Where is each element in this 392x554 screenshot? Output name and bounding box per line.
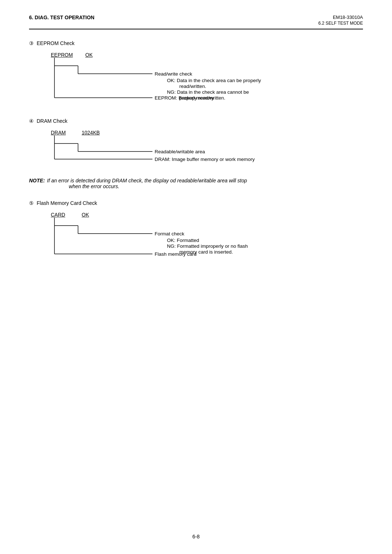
- page-number: 6-8: [0, 534, 392, 539]
- section4-title: ④ DRAM Check: [29, 118, 363, 124]
- svg-text:EEPROM:  Backup memory: EEPROM: Backup memory: [155, 95, 214, 101]
- card-branch1-label: OK: [82, 212, 89, 218]
- svg-text:read/written.: read/written.: [179, 84, 206, 89]
- svg-text:Readable/writable area: Readable/writable area: [155, 149, 205, 154]
- section5-label: Flash Memory Card Check: [37, 200, 97, 206]
- note-line2: when the error occurs.: [69, 183, 247, 189]
- flash-tree-svg: Format check OK: Formatted NG: Formatted…: [51, 218, 312, 261]
- svg-text:NG:  Data in the check area ca: NG: Data in the check area cannot be: [167, 89, 249, 95]
- header-divider: [29, 29, 363, 29]
- circle-5: ⑤: [29, 200, 34, 206]
- header-right: EM18-33010A 6.2 SELF TEST MODE: [318, 15, 363, 26]
- svg-text:Flash memory card: Flash memory card: [155, 251, 197, 257]
- svg-text:OK:  Data in the check area ca: OK: Data in the check area can be proper…: [167, 78, 261, 83]
- card-root-label: CARD: [51, 212, 71, 218]
- svg-text:OK:  Formatted: OK: Formatted: [167, 238, 199, 243]
- eeprom-root-label: EEPROM: [51, 52, 74, 58]
- section-eeprom: ③ EEPROM Check EEPROM OK Read/write chec…: [29, 40, 363, 105]
- dram-root-label: DRAM: [51, 130, 71, 136]
- note-text-block: If an error is detected during DRAM chec…: [47, 178, 247, 189]
- svg-text:NG:  Formatted improperly or n: NG: Formatted improperly or no flash: [167, 243, 248, 249]
- dram-tree-diagram: DRAM 1024KB Readable/writable area DRAM:…: [51, 130, 363, 165]
- section4-label: DRAM Check: [37, 118, 68, 124]
- svg-text:Format check: Format check: [155, 231, 184, 236]
- section-dram: ④ DRAM Check DRAM 1024KB Readable/writab…: [29, 118, 363, 165]
- note-container: NOTE: If an error is detected during DRA…: [29, 178, 363, 189]
- note-line1: If an error is detected during DRAM chec…: [47, 178, 247, 183]
- svg-text:DRAM: Image buffer memory or w: DRAM: Image buffer memory or work memory: [155, 157, 255, 162]
- section5-title: ⑤ Flash Memory Card Check: [29, 200, 363, 206]
- section-title: 6. DIAG. TEST OPERATION: [29, 15, 94, 20]
- subsection-label: 6.2 SELF TEST MODE: [318, 21, 363, 26]
- note-section: NOTE: If an error is detected during DRA…: [29, 178, 363, 189]
- note-label: NOTE:: [29, 178, 45, 183]
- dram-branch1-label: 1024KB: [82, 130, 100, 136]
- doc-id: EM18-33010A: [318, 15, 363, 20]
- svg-text:Read/write check: Read/write check: [155, 71, 192, 77]
- eeprom-branch1-label: OK: [85, 52, 93, 58]
- section3-title: ③ EEPROM Check: [29, 40, 363, 46]
- section-flash: ⑤ Flash Memory Card Check CARD OK Format…: [29, 200, 363, 261]
- section3-label: EEPROM Check: [37, 40, 74, 46]
- circle-3: ③: [29, 40, 34, 46]
- circle-4: ④: [29, 118, 34, 124]
- eeprom-tree-diagram: EEPROM OK Read/write check OK: Data in t…: [51, 52, 363, 105]
- page-header: 6. DIAG. TEST OPERATION EM18-33010A 6.2 …: [29, 15, 363, 26]
- dram-tree-svg: Readable/writable area DRAM: Image buffe…: [51, 136, 312, 165]
- flash-tree-diagram: CARD OK Format check OK: Formatted NG: F…: [51, 212, 363, 261]
- eeprom-tree-svg: Read/write check OK: Data in the check a…: [51, 58, 312, 105]
